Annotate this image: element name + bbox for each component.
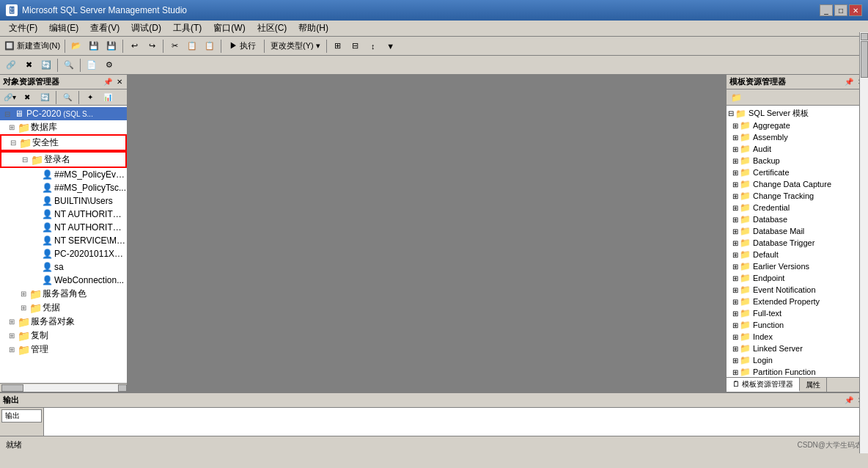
tab-template-explorer[interactable]: 🗒 模板资源管理器	[727, 378, 800, 392]
tree-node-server[interactable]: ⊟ 🖥 PC-2020 (SQL S...	[0, 107, 127, 120]
tree-node-earlier-versions[interactable]: ⊞ 📁 Earlier Versions	[727, 260, 868, 272]
tree-node-logins[interactable]: ⊟ 📁 登录名	[0, 151, 127, 168]
filter-tree-button[interactable]: 🔍	[59, 90, 76, 105]
minimize-button[interactable]: _	[820, 4, 833, 16]
tree-node-credentials[interactable]: ⊞ 📁 凭据	[0, 301, 127, 315]
tree-node-login6[interactable]: 👤 NT SERVICE\MS...	[0, 234, 127, 247]
menu-community[interactable]: 社区(C)	[251, 21, 293, 36]
tree-node-backup[interactable]: ⊞ 📁 Backup	[727, 155, 868, 167]
tree-node-extended-property[interactable]: ⊞ 📁 Extended Property	[727, 296, 868, 307]
folder-icon-btn[interactable]: 📁	[728, 90, 744, 105]
output-tab[interactable]: 输出	[1, 409, 42, 423]
tree-node-db-mail[interactable]: ⊞ 📁 Database Mail	[727, 225, 868, 237]
tree-node-server-roles[interactable]: ⊞ 📁 服务器角色	[0, 287, 127, 301]
tree-node-aggregate[interactable]: ⊞ 📁 Aggregate	[727, 120, 868, 131]
expand-cred[interactable]: ⊞	[18, 302, 29, 314]
expand-security[interactable]: ⊟	[7, 137, 19, 149]
tab-properties[interactable]: 属性	[800, 378, 827, 392]
tree-node-replication[interactable]: ⊞ 📁 复制	[0, 329, 127, 343]
panel-close[interactable]: ✕	[115, 78, 124, 86]
properties-button[interactable]: ⚙	[101, 58, 117, 73]
right-pin-button[interactable]: 📌	[843, 78, 855, 86]
undo-button[interactable]: ↩	[126, 39, 142, 54]
connect-tree-button[interactable]: 🔗▾	[1, 90, 18, 105]
copy-button[interactable]: 📋	[184, 39, 200, 54]
refresh-button[interactable]: 🔄	[38, 58, 54, 73]
tree-node-management[interactable]: ⊞ 📁 管理	[0, 343, 127, 357]
menu-edit[interactable]: 编辑(E)	[43, 21, 84, 36]
expand-certificate[interactable]: ⊞	[732, 169, 738, 177]
refresh-tree-button[interactable]: 🔄	[37, 90, 53, 105]
tree-node-database[interactable]: ⊞ 📁 数据库	[0, 120, 127, 134]
tree-node-change-data-capture[interactable]: ⊞ 📁 Change Data Capture	[727, 178, 868, 190]
menu-view[interactable]: 查看(V)	[84, 21, 125, 36]
tree-node-login3[interactable]: 👤 BUILTIN\Users	[0, 194, 127, 208]
tree-node-login1[interactable]: 👤 ##MS_PolicyEve...	[0, 168, 127, 181]
save-all-button[interactable]: 💾	[103, 39, 119, 54]
disconnect-button[interactable]: ✖	[21, 58, 37, 73]
output-pin[interactable]: 📌	[843, 396, 855, 404]
tree-node-endpoint[interactable]: ⊞ 📁 Endpoint	[727, 272, 868, 284]
expand-srv-roles[interactable]: ⊞	[18, 288, 29, 300]
expand-sql-templates[interactable]: ⊟	[728, 109, 734, 117]
tree-node-login7[interactable]: 👤 PC-20201011XS...	[0, 247, 127, 260]
toolbar-btn-4[interactable]: ▼	[383, 39, 399, 54]
redo-button[interactable]: ↪	[144, 39, 160, 54]
panel-controls[interactable]: 📌 ✕	[102, 78, 124, 86]
new-tree-button[interactable]: ✦	[82, 90, 98, 105]
tree-node-login2[interactable]: 👤 ##MS_PolicyTsc...	[0, 181, 127, 194]
tree-node-full-text[interactable]: ⊞ 📁 Full-text	[727, 307, 868, 319]
expand-cdc[interactable]: ⊞	[732, 180, 738, 189]
expand-audit[interactable]: ⊞	[732, 145, 738, 153]
expand-default[interactable]: ⊞	[732, 251, 738, 259]
expand-db-trigger[interactable]: ⊞	[732, 239, 738, 247]
tree-node-index[interactable]: ⊞ 📁 Index	[727, 331, 868, 343]
tree-node-partition-function[interactable]: ⊞ 📁 Partition Function	[727, 366, 868, 377]
expand-server[interactable]: ⊟	[1, 108, 13, 120]
tree-node-security[interactable]: ⊟ 📁 安全性	[0, 134, 127, 151]
expand-assembly[interactable]: ⊞	[732, 134, 738, 142]
expand-db-tmpl[interactable]: ⊞	[732, 216, 738, 224]
expand-function[interactable]: ⊞	[732, 321, 738, 329]
expand-index[interactable]: ⊞	[732, 333, 738, 341]
expand-mgmt[interactable]: ⊞	[6, 344, 18, 356]
expand-aggregate[interactable]: ⊞	[732, 122, 738, 130]
expand-database[interactable]: ⊞	[6, 122, 18, 134]
expand-backup[interactable]: ⊞	[732, 157, 738, 165]
tree-node-default[interactable]: ⊞ 📁 Default	[727, 249, 868, 260]
tree-node-login5[interactable]: 👤 NT AUTHORITY\...	[0, 221, 127, 234]
expand-endpoint[interactable]: ⊞	[732, 274, 738, 282]
report-button[interactable]: 📊	[100, 90, 116, 105]
close-button[interactable]: ✕	[849, 4, 862, 16]
tree-node-certificate[interactable]: ⊞ 📁 Certificate	[727, 167, 868, 178]
disconnect-tree-button[interactable]: ✖	[19, 90, 35, 105]
connect-button[interactable]: 🔗	[3, 58, 19, 73]
expand-ft[interactable]: ⊞	[732, 310, 738, 318]
expand-ev[interactable]: ⊞	[732, 263, 738, 271]
save-button[interactable]: 💾	[86, 39, 102, 54]
left-scrollbar-h[interactable]	[0, 383, 127, 392]
expand-srv-obj[interactable]: ⊞	[6, 316, 18, 328]
new-button[interactable]: 📄	[84, 58, 100, 73]
tree-node-server-objects[interactable]: ⊞ 📁 服务器对象	[0, 315, 127, 329]
expand-pf[interactable]: ⊞	[732, 368, 738, 376]
expand-en[interactable]: ⊞	[732, 286, 738, 294]
tree-node-login-tmpl[interactable]: ⊞ 📁 Login	[727, 354, 868, 366]
expand-login-tmpl[interactable]: ⊞	[732, 357, 738, 365]
maximize-button[interactable]: □	[834, 4, 847, 16]
tree-node-function[interactable]: ⊞ 📁 Function	[727, 319, 868, 331]
expand-repl[interactable]: ⊞	[6, 330, 18, 342]
expand-ep[interactable]: ⊞	[732, 298, 738, 306]
menu-window[interactable]: 窗口(W)	[207, 21, 251, 36]
menu-debug[interactable]: 调试(D)	[125, 21, 167, 36]
menu-help[interactable]: 帮助(H)	[293, 21, 334, 36]
toolbar-btn-2[interactable]: ⊟	[347, 39, 364, 54]
tree-node-assembly[interactable]: ⊞ 📁 Assembly	[727, 131, 868, 143]
toolbar-btn-3[interactable]: ↕	[365, 39, 381, 54]
tree-node-database[interactable]: ⊞ 📁 Database	[727, 213, 868, 225]
paste-button[interactable]: 📋	[202, 39, 218, 54]
tree-node-login4[interactable]: 👤 NT AUTHORITY\...	[0, 208, 127, 221]
menu-file[interactable]: 文件(F)	[3, 21, 43, 36]
tree-node-login9[interactable]: 👤 WebConnection...	[0, 274, 127, 287]
tree-node-db-trigger[interactable]: ⊞ 📁 Database Trigger	[727, 237, 868, 249]
